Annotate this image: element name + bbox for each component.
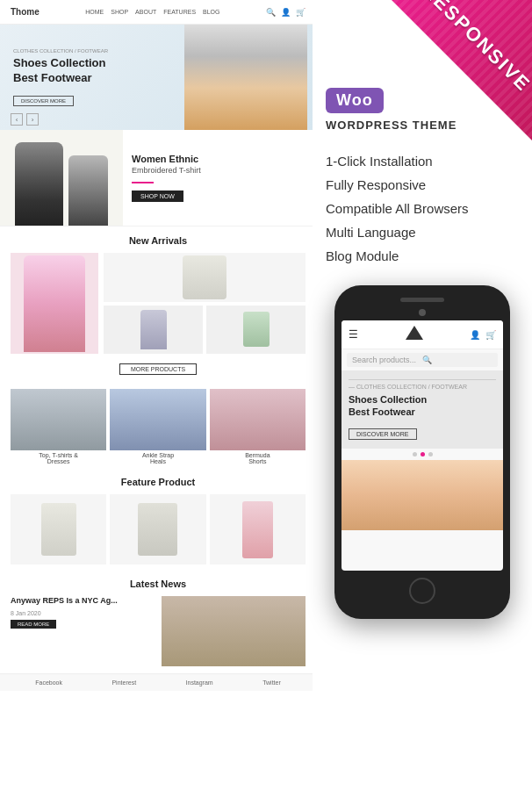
news-date: 8 Jan 2020 [11, 610, 155, 616]
ethnic-product-title: Women Ethnic [132, 154, 307, 164]
arrival-grid-right [104, 253, 306, 354]
ethnic-info: Women Ethnic Embroidered T-shirt SHOP NO… [123, 130, 316, 226]
ethnic-section: Women Ethnic Embroidered T-shirt SHOP NO… [0, 130, 316, 226]
hero-discover-btn[interactable]: DISCOVER MORE [13, 96, 74, 106]
dot-1 [413, 452, 417, 457]
footer-twitter: Twitter [262, 679, 281, 686]
phone-woman-img [341, 460, 503, 530]
nav-home: HOME [85, 9, 104, 15]
phone-discover-btn[interactable]: DISCOVER MORE [349, 428, 417, 440]
nav-blog: BLOG [203, 9, 219, 15]
category-tops-label: Top, T-shirts &Dresses [11, 452, 106, 464]
woman-img-fill [341, 460, 503, 530]
hero-woman-img [184, 25, 307, 130]
right-info-panel: Woo WORDPRESS THEME 1-Click Installation… [313, 0, 532, 798]
phone-hero: — CLOTHES COLLECTION / FOOTWEAR Shoes Co… [341, 370, 503, 449]
phone-screen: ☰ 👤 🛒 Search products... 🔍 — CLOTHES COL… [341, 320, 503, 571]
new-arrivals-section: New Arrivals MORE PRODUCT [0, 226, 316, 384]
dress-img [140, 310, 167, 349]
feature-product-img-2 [138, 503, 177, 556]
dot-3 [428, 452, 433, 457]
nav-shop: SHOP [111, 9, 128, 15]
category-heals-label: Ankle StrapHeals [110, 452, 205, 464]
hero-title: Shoes CollectionBest Footwear [13, 56, 108, 86]
phone-logo-triangle [406, 326, 423, 340]
feature-product-section: Feature Product [0, 470, 316, 572]
phone-hero-breadcrumb: — CLOTHES COLLECTION / FOOTWEAR [349, 379, 496, 390]
new-arrival-feature [11, 253, 98, 354]
category-tops-img [11, 389, 106, 450]
site-header-icons: 🔍 👤 🛒 [266, 8, 306, 17]
site-hero: CLOTHES COLLECTION / FOOTWEAR Shoes Coll… [0, 25, 316, 130]
ethnic-woman-right [68, 155, 108, 226]
website-preview: Thome HOME SHOP ABOUT FEATURES BLOG 🔍 👤 … [0, 0, 316, 798]
feature-1click: 1-Click Installation [326, 149, 519, 173]
category-shorts: BermudaShorts [210, 389, 306, 464]
ethnic-shop-btn[interactable]: SHOP NOW [132, 191, 183, 202]
dot-2 [421, 452, 425, 457]
phone-header-icons: 👤 🛒 [470, 330, 496, 340]
phone-speaker [400, 298, 444, 302]
arrival-sub-grid [104, 306, 306, 355]
category-heals-img [110, 389, 205, 450]
hero-text: CLOTHES COLLECTION / FOOTWEAR Shoes Coll… [0, 48, 121, 107]
site-nav: HOME SHOP ABOUT FEATURES BLOG [85, 9, 219, 15]
more-products-container: MORE PRODUCTS [11, 359, 306, 375]
feature-item-1 [11, 494, 106, 564]
ethnic-woman-left [15, 142, 63, 226]
woman-arrival-img [24, 255, 85, 352]
feature-product-grid [11, 494, 306, 564]
more-products-btn[interactable]: MORE PRODUCTS [119, 363, 197, 375]
feature-responsive: Fully Responsive [326, 173, 519, 197]
next-arrow[interactable]: › [26, 113, 39, 126]
news-article: Anyway REPS Is a NYC Ag... 8 Jan 2020 RE… [11, 596, 155, 666]
hero-image [184, 25, 307, 130]
phone-cart-icon: 🛒 [485, 330, 496, 340]
hero-breadcrumb: CLOTHES COLLECTION / FOOTWEAR [13, 48, 108, 54]
site-footer: Facebook Pinterest Instagram Twitter [0, 673, 316, 691]
feature-item-2 [110, 494, 205, 564]
footer-pinterest: Pinterest [111, 679, 136, 686]
category-shorts-img [210, 389, 306, 450]
search-icon: 🔍 [266, 8, 276, 17]
woo-logo: Woo [326, 88, 384, 113]
category-heals: Ankle StrapHeals [110, 389, 205, 464]
phone-user-icon: 👤 [470, 330, 480, 340]
category-strip: Top, T-shirts &Dresses Ankle StrapHeals … [0, 384, 316, 470]
latest-news-section: Latest News Anyway REPS Is a NYC Ag... 8… [0, 572, 316, 673]
top-img [243, 312, 270, 347]
footer-instagram: Instagram [186, 679, 213, 686]
news-read-more-btn[interactable]: READ MORE [11, 620, 56, 629]
feature-browsers: Compatible All Browsers [326, 197, 519, 220]
phone-menu-icon: ☰ [349, 328, 358, 341]
ethnic-product-subtitle: Embroidered T-shirt [132, 166, 307, 175]
ethnic-underline [132, 182, 154, 183]
feature-multilang: Multi Language [326, 220, 519, 244]
new-arrivals-title: New Arrivals [11, 235, 306, 246]
arrival-shirt [104, 253, 306, 302]
nav-about: ABOUT [135, 9, 156, 15]
features-list: 1-Click Installation Fully Responsive Co… [326, 149, 519, 268]
site-header: Thome HOME SHOP ABOUT FEATURES BLOG 🔍 👤 … [0, 0, 316, 25]
prev-arrow[interactable]: ‹ [11, 113, 23, 126]
footer-facebook: Facebook [35, 679, 62, 686]
user-icon: 👤 [281, 8, 291, 17]
feature-blog: Blog Module [326, 244, 519, 268]
arrival-dress [104, 306, 203, 355]
feature-item-3 [210, 494, 306, 564]
category-tops: Top, T-shirts &Dresses [11, 389, 106, 464]
phone-search-placeholder: Search products... [352, 356, 422, 364]
phone-search-bar: Search products... 🔍 [347, 353, 498, 367]
arrival-top [206, 306, 306, 355]
ethnic-image [0, 130, 123, 226]
news-article-title: Anyway REPS Is a NYC Ag... [11, 596, 155, 607]
phone-search-icon: 🔍 [422, 356, 492, 364]
phone-slider-dots [341, 449, 503, 460]
feature-product-img-3 [242, 501, 273, 558]
feature-product-img-1 [41, 503, 76, 556]
phone-home-button [409, 578, 435, 604]
phone-hero-title: Shoes CollectionBest Footwear [349, 393, 496, 419]
cart-icon: 🛒 [296, 8, 306, 17]
shirt-img [183, 255, 226, 299]
phone-mockup: ☰ 👤 🛒 Search products... 🔍 — CLOTHES COL… [334, 285, 510, 619]
